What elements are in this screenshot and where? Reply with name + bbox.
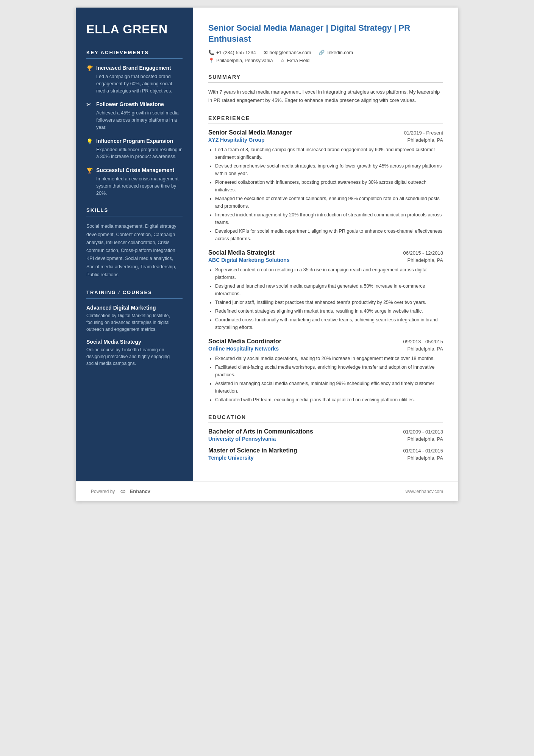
- job-3: Social Media Coordinator 09/2013 - 05/20…: [208, 338, 443, 404]
- achievement-item-1: 🏆 Increased Brand Engagement Led a campa…: [86, 65, 183, 94]
- job-1-bullet-1: Led a team of 8, launching campaigns tha…: [215, 146, 443, 161]
- summary-divider: [208, 82, 443, 83]
- training-title-1: Advanced Digital Marketing: [86, 305, 183, 311]
- skills-title: SKILLS: [86, 207, 183, 213]
- job-1-bullet-2: Devised comprehensive social media strat…: [215, 162, 443, 177]
- training-divider: [86, 298, 183, 299]
- job-2-bullet-2: Designed and launched new social media c…: [215, 282, 443, 297]
- job-1: Senior Social Media Manager 01/2019 - Pr…: [208, 129, 443, 243]
- star-icon: ☆: [280, 58, 285, 63]
- location-icon: 📍: [208, 58, 214, 63]
- job-3-bullet-3: Assisted in managing social media channe…: [215, 380, 443, 395]
- education-divider: [208, 423, 443, 423]
- job-1-location: Philadelphia, PA: [408, 137, 443, 143]
- job-2-company: ABC Digital Marketing Solutions: [208, 257, 290, 263]
- summary-text: With 7 years in social media management,…: [208, 88, 443, 105]
- skills-text: Social media management, Digital strateg…: [86, 222, 183, 279]
- edu-2-school: Temple University: [208, 455, 254, 461]
- phone-contact: 📞 +1-(234)-555-1234: [208, 50, 256, 55]
- edu-1-date: 01/2009 - 01/2013: [403, 429, 443, 435]
- email-icon: ✉: [264, 50, 268, 55]
- job-1-bullet-4: Managed the execution of creative conten…: [215, 195, 443, 210]
- lightbulb-icon: 💡: [86, 138, 93, 144]
- job-2-bullets: Supervised content creation resulting in…: [208, 266, 443, 331]
- experience-divider: [208, 124, 443, 124]
- edu-1: Bachelor of Arts in Communications 01/20…: [208, 428, 443, 442]
- trophy-icon-2: 🏆: [86, 167, 93, 174]
- candidate-name: ELLA GREEN: [86, 23, 183, 36]
- phone-icon: 📞: [208, 50, 214, 55]
- trophy-icon-1: 🏆: [86, 65, 93, 71]
- training-item-2: Social Media Strategy Online course by L…: [86, 339, 183, 367]
- achievement-desc-3: Expanded influencer program resulting in…: [86, 146, 183, 161]
- footer-website: www.enhancv.com: [406, 489, 443, 494]
- linkedin-text: linkedin.com: [326, 50, 353, 55]
- job-2: Social Media Strategist 06/2015 - 12/201…: [208, 249, 443, 331]
- edu-1-location: Philadelphia, PA: [408, 436, 443, 442]
- job-title: Senior Social Media Manager | Digital St…: [208, 23, 443, 44]
- job-2-title: Social Media Strategist: [208, 249, 275, 256]
- education-section-title: EDUCATION: [208, 414, 443, 420]
- job-2-bullet-3: Trained junior staff, instilling best pr…: [215, 299, 443, 306]
- job-3-location: Philadelphia, PA: [408, 346, 443, 352]
- achievement-item-2: ✂ Follower Growth Milestone Achieved a 4…: [86, 101, 183, 131]
- achievement-desc-2: Achieved a 45% growth in social media fo…: [86, 110, 183, 131]
- edu-1-school: University of Pennsylvania: [208, 436, 276, 442]
- footer-left: Powered by ∞ Enhancv: [91, 487, 150, 496]
- job-3-title: Social Media Coordinator: [208, 338, 281, 345]
- job-2-bullet-5: Coordinated cross-functionally with mark…: [215, 316, 443, 331]
- job-1-bullets: Led a team of 8, launching campaigns tha…: [208, 146, 443, 243]
- location-contact: 📍 Philadelphia, Pennsylvania: [208, 58, 273, 63]
- edu-2-date: 01/2014 - 01/2015: [403, 448, 443, 454]
- achievement-title-1: Increased Brand Engagement: [96, 65, 171, 71]
- scissors-icon: ✂: [86, 102, 93, 108]
- job-3-bullet-1: Executed daily social media operations, …: [215, 355, 443, 362]
- contact-row-2: 📍 Philadelphia, Pennsylvania ☆ Extra Fie…: [208, 58, 443, 63]
- email-contact: ✉ help@enhancv.com: [264, 50, 311, 55]
- achievement-desc-1: Led a campaign that boosted brand engage…: [86, 73, 183, 94]
- job-2-bullet-1: Supervised content creation resulting in…: [215, 266, 443, 281]
- experience-section-title: EXPERIENCE: [208, 115, 443, 121]
- linkedin-contact: 🔗 linkedin.com: [319, 50, 353, 55]
- achievement-item-3: 💡 Influencer Program Expansion Expanded …: [86, 138, 183, 161]
- achievement-desc-4: Implemented a new crisis management syst…: [86, 175, 183, 197]
- job-1-date: 01/2019 - Present: [404, 130, 443, 136]
- enhancv-brand: Enhancv: [130, 488, 150, 494]
- extra-contact: ☆ Extra Field: [280, 58, 309, 63]
- job-1-company: XYZ Hospitality Group: [208, 137, 265, 143]
- training-title-2: Social Media Strategy: [86, 339, 183, 345]
- achievements-divider: [86, 58, 183, 59]
- training-item-1: Advanced Digital Marketing Certification…: [86, 305, 183, 333]
- job-2-date: 06/2015 - 12/2018: [403, 250, 443, 256]
- edu-2-location: Philadelphia, PA: [408, 455, 443, 461]
- contact-row-1: 📞 +1-(234)-555-1234 ✉ help@enhancv.com 🔗…: [208, 50, 443, 55]
- training-desc-1: Certification by Digital Marketing Insti…: [86, 312, 183, 333]
- extra-text: Extra Field: [287, 58, 309, 63]
- job-2-bullet-4: Redefined content strategies aligning wi…: [215, 307, 443, 315]
- summary-section-title: SUMMARY: [208, 74, 443, 80]
- job-3-bullet-4: Collaborated with PR team, executing med…: [215, 396, 443, 404]
- job-3-bullets: Executed daily social media operations, …: [208, 355, 443, 404]
- job-1-bullet-5: Improved incident management by 20% thro…: [215, 211, 443, 226]
- link-icon: 🔗: [319, 50, 325, 55]
- powered-by-text: Powered by: [91, 489, 115, 494]
- achievement-title-3: Influencer Program Expansion: [96, 138, 173, 144]
- location-text: Philadelphia, Pennsylvania: [216, 58, 273, 63]
- training-title: TRAINING / COURSES: [86, 290, 183, 295]
- job-3-bullet-2: Facilitated client-facing social media w…: [215, 363, 443, 379]
- edu-2: Master of Science in Marketing 01/2014 -…: [208, 447, 443, 461]
- job-1-bullet-6: Developed KPIs for social media departme…: [215, 227, 443, 243]
- enhancv-logo-icon: ∞: [120, 487, 125, 496]
- phone-text: +1-(234)-555-1234: [216, 50, 256, 55]
- email-text: help@enhancv.com: [270, 50, 311, 55]
- job-3-date: 09/2013 - 05/2015: [403, 339, 443, 344]
- job-1-title: Senior Social Media Manager: [208, 129, 292, 136]
- achievement-item-4: 🏆 Successful Crisis Management Implement…: [86, 167, 183, 197]
- skills-divider: [86, 216, 183, 216]
- edu-1-degree: Bachelor of Arts in Communications: [208, 428, 313, 435]
- job-1-bullet-3: Pioneered collaboration with influencers…: [215, 178, 443, 194]
- achievement-title-4: Successful Crisis Management: [96, 167, 174, 173]
- sidebar: ELLA GREEN KEY ACHIEVEMENTS 🏆 Increased …: [76, 8, 193, 481]
- edu-2-degree: Master of Science in Marketing: [208, 447, 297, 454]
- key-achievements-title: KEY ACHIEVEMENTS: [86, 50, 183, 55]
